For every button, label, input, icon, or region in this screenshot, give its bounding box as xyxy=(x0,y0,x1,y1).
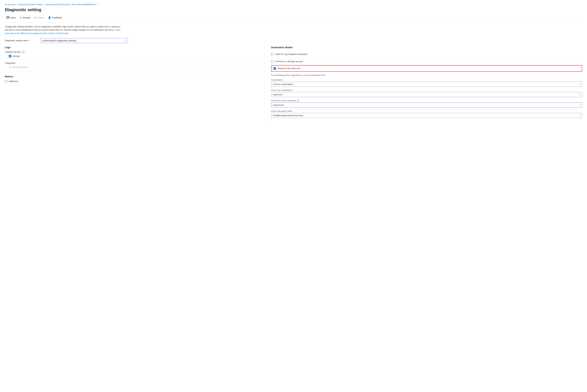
category-groups-info-icon[interactable]: i xyxy=(22,51,24,53)
save-button[interactable]: 💾 Save xyxy=(5,15,17,20)
allMetrics-label: AllMetrics xyxy=(9,80,18,82)
subscription-value: Contoso subscription xyxy=(273,83,293,86)
chevron-down-icon: ∨ xyxy=(124,40,126,42)
allLogs-label: allLogs xyxy=(12,55,20,57)
description-text: A diagnostic setting specifies a list of… xyxy=(5,26,120,31)
delete-label: Delete xyxy=(38,16,44,19)
log-analytics-label: Send to Log Analytics workspace xyxy=(276,53,308,55)
partner-link[interactable]: here xyxy=(321,74,325,76)
breadcrumb-all-services[interactable]: All services xyxy=(5,3,16,6)
log-analytics-item: Send to Log Analytics workspace xyxy=(271,51,582,58)
right-panel: Destination details Send to Log Analytic… xyxy=(265,46,582,120)
save-label: Save xyxy=(10,16,16,19)
storage-account-item: Archive to a storage account xyxy=(271,58,582,65)
destination-details-title: Destination details xyxy=(271,46,582,49)
event-hub-policy-dropdown[interactable]: RootManageSharedAccessKey ∨ xyxy=(271,113,582,118)
required-star: * xyxy=(29,39,30,42)
breadcrumb-event-grid[interactable]: Event Grid System Topics xyxy=(18,3,43,6)
policy-chevron-icon: ∨ xyxy=(579,114,580,116)
allMetrics-checkbox-row: AllMetrics xyxy=(5,80,260,83)
feedback-icon: 👤 xyxy=(48,16,51,19)
event-hub-name-value: topic01hub xyxy=(273,104,284,106)
subscription-dropdown[interactable]: Contoso subscription ∨ xyxy=(271,82,582,87)
breadcrumb-sep-2: > xyxy=(44,4,45,6)
feedback-button[interactable]: 👤 Feedback xyxy=(46,15,64,20)
event-hub-policy-field: Event hub policy name RootManageSharedAc… xyxy=(271,110,582,118)
event-hub-namespace-label: Event hub namespace * xyxy=(271,89,582,92)
event-hub-name-label: Event hub name (optional) i xyxy=(271,99,582,102)
discard-label: Discard xyxy=(23,16,30,19)
event-hub-namespace-dropdown[interactable]: topic01ns ∨ xyxy=(271,92,582,97)
logs-section: Logs Category groups i allLogs Categorie… xyxy=(5,46,260,69)
event-hub-namespace-field: Event hub namespace * topic01ns ∨ xyxy=(271,89,582,97)
event-hub-namespace-value: topic01ns xyxy=(273,93,282,96)
storage-account-checkbox[interactable] xyxy=(271,60,274,63)
event-hub-name-info-icon[interactable]: i xyxy=(296,99,299,102)
event-hub-name-field: Event hub name (optional) i topic01hub ∨ xyxy=(271,99,582,108)
deliveryFailures-checkbox[interactable] xyxy=(9,66,11,68)
breadcrumb-sep-1: > xyxy=(16,4,18,6)
delete-icon: 🗑 xyxy=(34,16,36,19)
hub-name-chevron-icon: ∨ xyxy=(579,104,580,106)
description: A diagnostic setting specifies a list of… xyxy=(5,25,121,35)
event-hub-item: Stream to an event hub xyxy=(271,65,582,72)
subscription-chevron-icon: ∨ xyxy=(579,83,580,85)
left-panel: Logs Category groups i allLogs Categorie… xyxy=(5,46,265,120)
discard-icon: ✕ xyxy=(20,16,22,19)
event-hub-checkbox[interactable] xyxy=(274,67,276,70)
diagnostic-setting-name-label: Diagnostic setting name * xyxy=(5,39,40,42)
logs-section-title: Logs xyxy=(5,46,260,49)
main-content: Logs Category groups i allLogs Categorie… xyxy=(5,46,582,120)
subscription-field: Subscription Contoso subscription ∨ xyxy=(271,79,582,87)
discard-button[interactable]: ✕ Discard xyxy=(18,15,32,20)
allLogs-checkbox-row: allLogs xyxy=(9,54,260,58)
diagnostic-setting-name-row: Diagnostic setting name * ∨ xyxy=(5,38,128,43)
category-groups-label: Category groups i xyxy=(5,51,260,53)
delete-button[interactable]: 🗑 Delete xyxy=(32,15,46,20)
breadcrumb: All services > Event Grid System Topics … xyxy=(5,3,582,6)
page-title-row: Diagnostic setting ··· xyxy=(5,7,582,12)
event-hub-policy-label: Event hub policy name xyxy=(271,110,582,112)
event-hub-policy-value: RootManageSharedAccessKey xyxy=(273,114,303,117)
breadcrumb-sep-3: > xyxy=(96,4,98,6)
allLogs-checkbox[interactable] xyxy=(9,55,11,58)
breadcrumb-topic[interactable]: topic01stg-811a624a-8a77-437e-89de-dfeb5… xyxy=(46,3,96,6)
allMetrics-checkbox[interactable] xyxy=(5,80,8,83)
deliveryFailures-checkbox-row: DeliveryFailures xyxy=(9,66,260,69)
event-hub-label: Stream to an event hub xyxy=(278,67,300,70)
storage-account-label: Archive to a storage account xyxy=(276,60,303,62)
namespace-chevron-icon: ∨ xyxy=(579,94,580,96)
metrics-section: Metrics AllMetrics xyxy=(5,75,260,83)
page-title: Diagnostic setting xyxy=(5,7,41,12)
partner-note: For potential partner integrations, see … xyxy=(271,74,582,76)
toolbar: 💾 Save ✕ Discard 🗑 Delete 👤 Feedback xyxy=(5,15,582,22)
event-hub-name-dropdown[interactable]: topic01hub ∨ xyxy=(271,102,582,108)
page-title-ellipsis[interactable]: ··· xyxy=(43,8,46,12)
event-hub-sub-fields: Subscription Contoso subscription ∨ Even… xyxy=(271,79,582,118)
deliveryFailures-label: DeliveryFailures xyxy=(12,66,28,68)
diagnostic-setting-name-input-wrapper: ∨ xyxy=(40,38,128,43)
subscription-label: Subscription xyxy=(271,79,582,81)
feedback-label: Feedback xyxy=(52,16,62,19)
namespace-required-star: * xyxy=(293,89,294,92)
metrics-section-title: Metrics xyxy=(5,75,260,78)
save-icon: 💾 xyxy=(6,16,10,19)
categories-label: Categories xyxy=(5,62,260,64)
log-analytics-checkbox[interactable] xyxy=(271,53,274,56)
diagnostic-setting-name-input[interactable] xyxy=(42,39,124,42)
